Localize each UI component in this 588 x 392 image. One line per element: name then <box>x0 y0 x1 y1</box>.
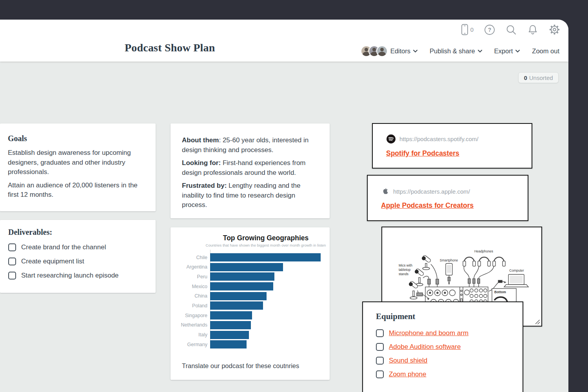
chevron-down-icon <box>413 50 417 53</box>
svg-text:?: ? <box>488 27 492 33</box>
device-sync-button[interactable]: 0 <box>461 24 474 36</box>
chart-category-label: Poland <box>172 303 210 309</box>
chevron-down-icon <box>515 50 520 53</box>
header-icon-row: 0 ? <box>461 24 560 36</box>
chart-note: Translate our podcast for these coutnrie… <box>182 362 299 370</box>
chart-bar <box>210 321 251 329</box>
header-controls: Editors Publish & share Export Zoom out <box>361 44 559 58</box>
svg-text:stands: stands <box>399 272 408 276</box>
chart-category-label: Netherlands <box>172 322 210 328</box>
chart-card[interactable]: Top Growing Geographies Countries that h… <box>171 227 330 380</box>
task-checkbox[interactable] <box>376 329 384 337</box>
chart-category-label: Germany <box>172 342 210 347</box>
task-row: Zoom phone <box>376 370 523 378</box>
task-row: Adobe Audition software <box>376 343 523 351</box>
link-card-header: https://podcasters.spotify.com/ <box>386 134 532 144</box>
device-count: 0 <box>470 26 474 33</box>
equipment-link[interactable]: Zoom phone <box>389 370 426 378</box>
goals-card[interactable]: Goals Establish design awareness for upc… <box>0 123 156 211</box>
diagram-label-mics: Mics with <box>399 263 412 267</box>
notifications-button[interactable] <box>527 24 538 35</box>
chart-bar-row: China <box>172 292 321 300</box>
page-title[interactable]: Podcast Show Plan <box>125 42 215 54</box>
board-canvas[interactable]: 0 Unsorted Goals Establish design awaren… <box>0 62 568 392</box>
zoom-out-button[interactable]: Zoom out <box>532 47 559 55</box>
link-url: https://podcasters.spotify.com/ <box>399 136 478 142</box>
audience-paragraph: About them: 25-60 year olds, interested … <box>182 136 319 155</box>
unsorted-count: 0 <box>524 74 527 81</box>
chart-bar <box>210 292 267 300</box>
task-checkbox[interactable] <box>376 357 384 365</box>
help-button[interactable]: ? <box>484 24 495 35</box>
task-row: Sound shield <box>376 357 523 365</box>
spotify-link-card[interactable]: https://podcasters.spotify.com/ Spotify … <box>372 123 532 169</box>
task-checkbox[interactable] <box>8 272 16 279</box>
bell-icon <box>527 24 538 35</box>
goals-paragraph: Attain an audience of 20,000 listeners i… <box>8 181 148 200</box>
equipment-link[interactable]: Sound shield <box>389 357 427 365</box>
chart-category-label: Mexico <box>172 284 210 289</box>
chart-bar <box>210 263 283 271</box>
diagram-label-bottom: Bottom <box>494 290 506 294</box>
gear-icon <box>549 24 560 35</box>
chart-title: Top Growing Geographies <box>202 234 330 242</box>
search-button[interactable] <box>506 24 517 35</box>
task-checkbox[interactable] <box>8 258 16 265</box>
chart-bar <box>210 331 249 339</box>
chart-category-label: Chile <box>172 255 210 260</box>
settings-button[interactable] <box>549 24 560 35</box>
chart-category-label: Argentina <box>172 264 210 270</box>
svg-text:tabletop: tabletop <box>399 268 411 272</box>
apple-link[interactable]: Apple Podcasts for Creators <box>381 201 474 210</box>
task-checkbox[interactable] <box>8 243 16 251</box>
chart-bar <box>210 340 247 348</box>
chart-bar <box>210 272 274 281</box>
avatar <box>376 45 388 57</box>
chart-bar-row: Mexico <box>172 282 321 290</box>
equipment-link[interactable]: Microphone and boom arm <box>389 329 468 337</box>
phone-icon <box>461 24 468 36</box>
header: Podcast Show Plan 0 ? <box>0 20 568 62</box>
export-label: Export <box>494 47 513 55</box>
export-menu[interactable]: Export <box>494 47 520 55</box>
chart-subtitle: Countries that have shown the biggest mo… <box>202 243 330 247</box>
spotify-link[interactable]: Spotify for Podcasters <box>386 149 459 158</box>
publish-share-menu[interactable]: Publish & share <box>430 47 482 55</box>
task-row: Create brand for the channel <box>8 243 149 251</box>
task-label: Create brand for the channel <box>21 243 106 251</box>
diagram-label-computer: Computer <box>509 269 524 272</box>
equipment-card[interactable]: Equipment Microphone and boom arm Adobe … <box>362 301 523 392</box>
apple-icon <box>381 187 390 196</box>
apple-link-card[interactable]: https://podcasters.apple.com/ Apple Podc… <box>367 175 528 221</box>
unsorted-badge[interactable]: 0 Unsorted <box>518 72 559 83</box>
equipment-link[interactable]: Adobe Audition software <box>389 343 461 351</box>
chart-bar <box>210 301 263 310</box>
task-checkbox[interactable] <box>376 370 384 378</box>
editors-menu[interactable]: Editors <box>361 45 417 57</box>
chart-category-label: China <box>172 293 210 299</box>
goals-paragraph: Establish design awareness for upcoming … <box>8 148 148 177</box>
diagram-label-smartphone: Smartphone <box>440 258 458 262</box>
zoom-out-label: Zoom out <box>532 47 559 55</box>
help-icon: ? <box>484 24 495 35</box>
app-window: Podcast Show Plan 0 ? <box>0 20 568 392</box>
resize-handle-icon[interactable] <box>535 319 540 325</box>
spotify-icon <box>386 134 396 144</box>
chart-bar-row: Netherlands <box>172 321 321 329</box>
unsorted-label: Unsorted <box>529 74 553 81</box>
chart-bar <box>210 253 321 261</box>
editors-label: Editors <box>390 47 410 55</box>
audience-paragraph: Frustrated by: Lengthy reading and the i… <box>182 181 319 210</box>
search-icon <box>506 24 517 35</box>
task-checkbox[interactable] <box>376 343 384 351</box>
deliverables-card[interactable]: Deliverables: Create brand for the chann… <box>0 220 156 293</box>
chevron-down-icon <box>478 50 482 53</box>
chart-bar-row: Poland <box>172 301 321 310</box>
audience-card[interactable]: About them: 25-60 year olds, interested … <box>171 123 330 218</box>
diagram-label-headphones: Headphones <box>474 249 493 253</box>
chart-bar <box>210 282 273 290</box>
task-row: Create equipment list <box>8 258 149 265</box>
task-row: Start researching launch episode <box>8 272 149 279</box>
chart-bar-row: Chile <box>172 253 321 261</box>
chart-category-label: Peru <box>172 274 210 279</box>
